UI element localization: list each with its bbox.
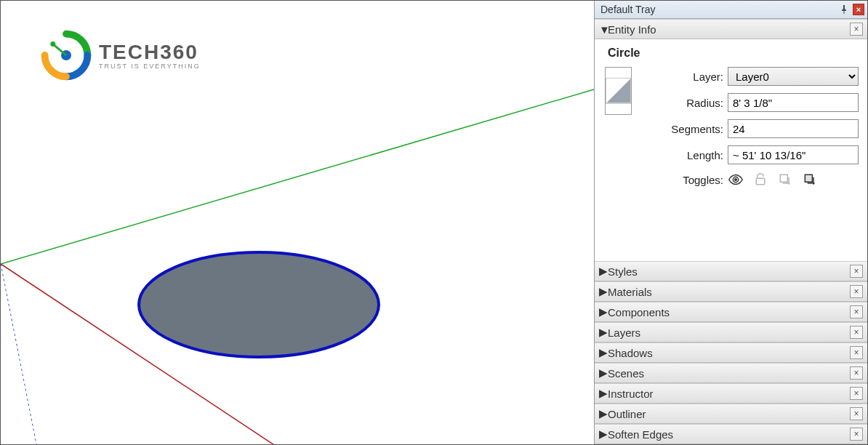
entity-type-label: Circle [608,47,859,60]
svg-line-0 [1,89,594,264]
collapse-right-icon: ▶ [599,346,608,359]
panel-close-icon[interactable]: × [850,265,863,278]
tray-title: Default Tray [600,4,835,15]
panel-header-scenes[interactable]: ▶Scenes× [595,363,867,383]
panel-label: Shadows [608,347,850,359]
entity-info-panel-header[interactable]: ▼ Entity Info × [595,19,867,39]
collapse-right-icon: ▶ [599,387,608,400]
panel-header-outliner[interactable]: ▶Outliner× [595,404,867,424]
panel-close-icon[interactable]: × [850,346,863,359]
panel-label: Instructor [608,388,850,400]
collapse-right-icon: ▶ [599,407,608,420]
svg-rect-12 [756,178,765,184]
default-tray: Default Tray × ▼ Entity Info × Circle La… [594,1,867,444]
panel-close-icon[interactable]: × [850,387,863,400]
tray-header[interactable]: Default Tray × [595,1,867,19]
collapse-right-icon: ▶ [599,305,608,318]
length-input[interactable] [728,145,859,164]
panel-label: Materials [608,286,850,298]
panel-close-icon[interactable]: × [850,305,863,318]
length-label: Length: [643,149,723,161]
collapse-right-icon: ▶ [599,366,608,380]
panel-header-layers[interactable]: ▶Layers× [595,322,867,342]
entity-info-body: Circle Layer: Layer0 Radius: Segments: L… [595,39,867,228]
svg-line-3 [1,264,41,444]
panel-header-materials[interactable]: ▶Materials× [595,281,867,302]
logo-mark-icon [41,30,92,81]
panel-label: Styles [608,265,850,278]
svg-line-7 [53,44,66,55]
tray-close-icon[interactable]: × [853,4,864,15]
panel-close-icon[interactable]: × [850,23,863,36]
material-thumbnail[interactable] [605,67,632,115]
panel-header-shadows[interactable]: ▶Shadows× [595,342,867,363]
panel-close-icon[interactable]: × [850,407,863,420]
radius-input[interactable] [728,93,859,112]
shadow-receive-toggle-icon[interactable] [802,172,818,188]
layer-label: Layer: [643,71,723,83]
panel-label: Layers [608,326,850,339]
visibility-toggle-icon[interactable] [728,172,744,188]
panel-close-icon[interactable]: × [850,366,863,380]
shadow-cast-toggle-icon[interactable] [777,172,793,188]
svg-point-4 [139,252,379,357]
collapse-right-icon: ▶ [599,428,608,441]
panel-label: Outliner [608,408,850,420]
selected-circle[interactable] [139,252,379,357]
collapse-right-icon: ▶ [599,285,608,298]
toggles-label: Toggles: [643,174,723,186]
segments-label: Segments: [643,123,723,135]
panel-header-instructor[interactable]: ▶Instructor× [595,383,867,404]
pin-icon[interactable] [838,4,850,15]
segments-input[interactable] [728,119,859,138]
viewport-3d[interactable]: TECH360 TRUST IS EVERYTHING [1,1,594,444]
panel-close-icon[interactable]: × [850,285,863,298]
panel-header-components[interactable]: ▶Components× [595,302,867,322]
svg-point-11 [734,178,737,181]
collapse-right-icon: ▶ [599,265,608,278]
panel-close-icon[interactable]: × [850,326,863,339]
logo-text-sub: TRUST IS EVERYTHING [99,63,201,70]
collapse-down-icon: ▼ [599,23,608,36]
layer-select[interactable]: Layer0 [728,67,859,86]
panel-header-soften-edges[interactable]: ▶Soften Edges× [595,424,867,444]
panel-header-styles[interactable]: ▶Styles× [595,261,867,281]
entity-info-header-label: Entity Info [608,23,850,36]
logo-text-main: TECH360 [99,41,201,64]
lock-toggle-icon[interactable] [752,172,768,188]
panel-label: Soften Edges [608,428,850,441]
panel-label: Components [608,306,850,318]
panel-close-icon[interactable]: × [850,428,863,441]
radius-label: Radius: [643,97,723,109]
panel-label: Scenes [608,367,850,380]
logo: TECH360 TRUST IS EVERYTHING [41,30,201,81]
collapse-right-icon: ▶ [599,326,608,339]
